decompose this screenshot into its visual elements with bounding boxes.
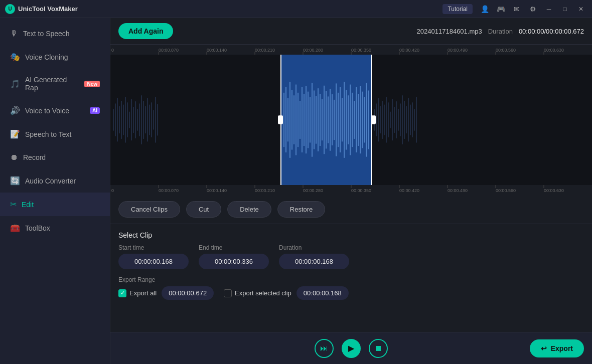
select-clip-title: Select Clip: [118, 231, 584, 239]
svg-rect-54: [302, 87, 303, 152]
ai-rap-icon: 🎵: [10, 79, 20, 89]
stop-button[interactable]: ⏹: [369, 339, 388, 358]
svg-rect-60: [314, 91, 315, 149]
select-clip-area: Select Clip Start time 00:00:00.168 End …: [110, 224, 592, 307]
cut-button[interactable]: Cut: [186, 201, 221, 218]
svg-rect-33: [137, 109, 138, 130]
speech-to-text-icon: 📝: [10, 129, 20, 139]
svg-rect-73: [340, 87, 341, 152]
content-area: Add Again 20240117184601.mp3 Duration 00…: [110, 18, 592, 364]
svg-rect-78: [350, 85, 351, 155]
duration-label: Duration: [279, 244, 349, 251]
waveform-area[interactable]: [110, 55, 592, 185]
sidebar-item-audio-converter[interactable]: 🔄 Audio Converter: [0, 169, 110, 193]
new-badge: New: [84, 81, 100, 87]
mail-icon[interactable]: ✉: [511, 3, 523, 15]
user-icon[interactable]: 👤: [479, 3, 491, 15]
svg-rect-81: [356, 87, 357, 152]
svg-text:0: 0: [111, 188, 114, 193]
svg-text:00:00.210: 00:00.210: [255, 188, 275, 193]
svg-rect-98: [394, 107, 395, 133]
svg-text:00:00.140: 00:00.140: [207, 48, 227, 53]
tutorial-button[interactable]: Tutorial: [442, 4, 473, 14]
svg-rect-53: [300, 101, 301, 139]
svg-text:00:00.210: 00:00.210: [255, 48, 275, 53]
svg-rect-80: [354, 101, 355, 139]
time-fields: Start time 00:00:00.168 End time 00:00:0…: [118, 244, 584, 269]
svg-text:00:00.560: 00:00.560: [496, 188, 516, 193]
svg-rect-69: [332, 94, 333, 145]
duration-field: Duration 00:00:00.168: [279, 244, 349, 269]
svg-rect-99: [396, 101, 397, 138]
svg-rect-77: [348, 95, 349, 144]
svg-rect-50: [293, 95, 294, 144]
svg-rect-108: [414, 109, 415, 130]
sidebar-item-toolbox[interactable]: 🧰 ToolBox: [0, 216, 110, 240]
filename: 20240117184601.mp3: [417, 28, 482, 35]
svg-rect-87: [368, 91, 369, 149]
svg-rect-75: [344, 82, 345, 158]
export-range-row: ✓ Export all 00:00:00.672 Export selecte…: [118, 286, 584, 300]
svg-rect-104: [406, 106, 407, 133]
skip-back-icon: ⏭: [320, 344, 328, 353]
text-to-speech-icon: 🎙: [10, 29, 18, 38]
sidebar-item-record[interactable]: ⏺ Record: [0, 146, 110, 169]
svg-rect-64: [322, 99, 323, 140]
audio-converter-icon: 🔄: [10, 176, 20, 186]
start-time-field: Start time 00:00:00.168: [118, 244, 189, 269]
svg-rect-25: [121, 101, 122, 139]
start-time-label: Start time: [118, 244, 189, 251]
export-all-checkbox-container[interactable]: ✓ Export all: [118, 289, 157, 297]
bottom-bar: ⏭ ▶ ⏹ ↩ Export: [110, 332, 592, 364]
file-info: 20240117184601.mp3 Duration 00:00:00/00:…: [417, 28, 584, 35]
export-selected-checkbox[interactable]: [224, 289, 232, 297]
waveform-container: 0 00:00.070 00:00.140 00:00.210 00:00.28…: [110, 45, 592, 195]
game-icon[interactable]: 🎮: [495, 3, 507, 15]
svg-rect-90: [378, 98, 379, 142]
export-selected-label: Export selected clip: [235, 289, 291, 297]
play-button[interactable]: ▶: [342, 339, 361, 358]
sidebar-item-voice-cloning[interactable]: 🎭 Voice Cloning: [0, 45, 110, 69]
export-all-checkbox[interactable]: ✓: [118, 289, 126, 297]
svg-rect-91: [380, 106, 381, 133]
sidebar-item-label: Speech to Text: [25, 130, 71, 138]
svg-rect-112: [278, 115, 283, 124]
svg-rect-102: [402, 95, 403, 144]
svg-rect-26: [123, 105, 124, 135]
svg-rect-113: [371, 115, 376, 124]
svg-rect-83: [360, 86, 361, 153]
svg-rect-100: [398, 109, 399, 130]
skip-back-button[interactable]: ⏭: [315, 339, 334, 358]
svg-rect-103: [404, 101, 405, 139]
svg-rect-55: [304, 94, 305, 146]
delete-button[interactable]: Delete: [227, 201, 271, 218]
svg-text:00:00.280: 00:00.280: [303, 48, 323, 53]
export-selected-checkbox-container[interactable]: Export selected clip: [224, 289, 291, 297]
restore-button[interactable]: Restore: [277, 201, 326, 218]
svg-rect-49: [291, 90, 292, 149]
minimize-button[interactable]: ─: [543, 3, 555, 15]
end-time-value: 00:00:00.336: [199, 254, 269, 269]
sidebar-item-label: AI Generated Rap: [25, 76, 79, 92]
sidebar-item-speech-to-text[interactable]: 📝 Speech to Text: [0, 122, 110, 146]
svg-rect-70: [334, 100, 335, 140]
sidebar-item-text-to-speech[interactable]: 🎙 Text to Speech: [0, 22, 110, 45]
sidebar-item-edit[interactable]: ✂ Edit: [0, 193, 110, 216]
svg-rect-106: [410, 105, 411, 135]
svg-rect-94: [386, 97, 387, 143]
cancel-clips-button[interactable]: Cancel Clips: [118, 201, 180, 218]
settings-icon[interactable]: ⚙: [527, 3, 539, 15]
close-button[interactable]: ✕: [575, 3, 587, 15]
sidebar-item-ai-generated-rap[interactable]: 🎵 AI Generated Rap New: [0, 69, 110, 99]
export-button[interactable]: ↩ Export: [530, 339, 584, 357]
sidebar-item-label: Text to Speech: [23, 30, 70, 38]
svg-rect-45: [283, 93, 284, 147]
duration-label: Duration: [488, 28, 513, 35]
add-again-button[interactable]: Add Again: [118, 23, 173, 39]
svg-rect-95: [388, 102, 389, 137]
svg-rect-96: [390, 112, 391, 128]
svg-rect-93: [384, 105, 385, 135]
sidebar-item-voice-to-voice[interactable]: 🔊 Voice to Voice AI: [0, 99, 110, 122]
svg-rect-66: [326, 91, 327, 149]
maximize-button[interactable]: □: [559, 3, 571, 15]
